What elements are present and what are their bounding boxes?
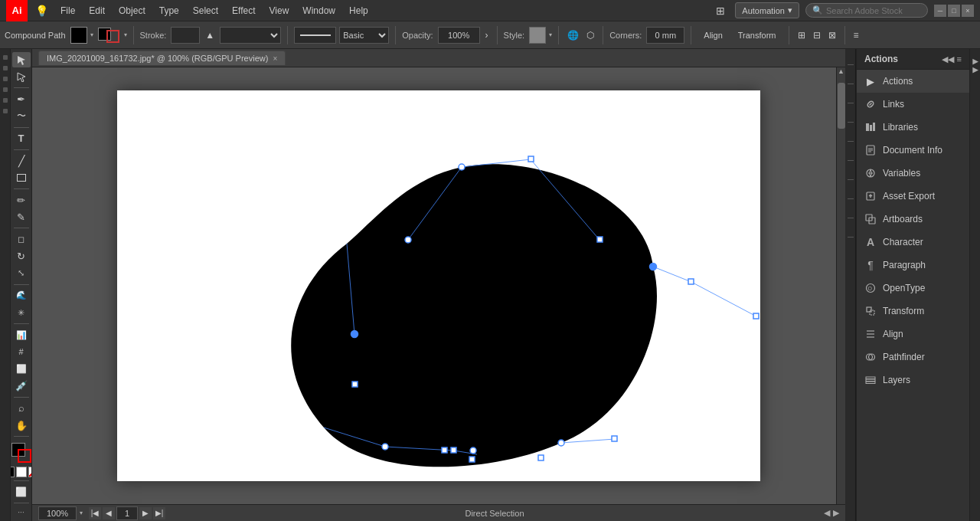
- menu-type[interactable]: Type: [153, 3, 185, 18]
- scroll-thumb[interactable]: [838, 83, 845, 129]
- panel-item-character[interactable]: A Character: [857, 231, 969, 254]
- prev-page-button[interactable]: ◀: [103, 507, 115, 519]
- align-button[interactable]: Align: [697, 28, 728, 42]
- white-swatch[interactable]: [16, 467, 27, 477]
- selection-tool[interactable]: [12, 52, 31, 67]
- type-tool[interactable]: T: [12, 131, 31, 146]
- menu-effect[interactable]: Effect: [226, 3, 261, 18]
- pathfinder-icon: [864, 351, 877, 363]
- restore-button[interactable]: □: [948, 5, 960, 17]
- menu-object[interactable]: Object: [113, 3, 152, 18]
- distribute-icon[interactable]: ⊞: [795, 28, 808, 42]
- stock-search-input[interactable]: [826, 6, 918, 15]
- menu-select[interactable]: Select: [187, 3, 224, 18]
- eraser-tool[interactable]: ◻: [12, 231, 31, 247]
- gradient-tool[interactable]: ⬜: [12, 361, 31, 376]
- profile-select[interactable]: Basic: [339, 27, 389, 44]
- paintbrush-tool[interactable]: ✏: [12, 192, 31, 208]
- curvature-tool[interactable]: 〜: [12, 109, 31, 124]
- rotate-tool[interactable]: ↻: [12, 248, 31, 264]
- stroke-profile-select[interactable]: [220, 27, 281, 44]
- stroke-input[interactable]: [171, 27, 200, 44]
- automation-button[interactable]: Automation ▾: [735, 2, 799, 18]
- transform-icon: [864, 305, 877, 317]
- panel-item-libraries[interactable]: Libraries: [857, 116, 969, 139]
- minimize-button[interactable]: ─: [934, 5, 946, 17]
- rectangle-tool[interactable]: [12, 170, 31, 185]
- workspace-icon[interactable]: ⊞: [712, 2, 729, 19]
- pen-tool[interactable]: ✒: [12, 91, 31, 106]
- scroll-up-arrow[interactable]: ▲: [837, 67, 845, 75]
- menu-file[interactable]: File: [54, 3, 81, 18]
- panel-item-layers[interactable]: Layers: [857, 369, 969, 392]
- close-button[interactable]: ×: [962, 5, 974, 17]
- stroke-box[interactable]: [18, 449, 31, 463]
- panel-item-opentype[interactable]: O OpenType: [857, 277, 969, 300]
- scroll-right-arrow[interactable]: ▶: [833, 508, 839, 518]
- panel-item-align[interactable]: Align: [857, 323, 969, 346]
- stroke-up-arrow[interactable]: ▲: [203, 28, 217, 42]
- style-dropdown-arrow[interactable]: ▾: [549, 31, 552, 38]
- svg-point-12: [351, 331, 358, 338]
- style-color-swatch[interactable]: [529, 27, 546, 44]
- black-swatch[interactable]: [11, 467, 15, 477]
- panel-item-document-info[interactable]: Document Info: [857, 139, 969, 162]
- opacity-input[interactable]: [438, 27, 480, 44]
- hand-tool[interactable]: ✋: [12, 418, 31, 433]
- menu-view[interactable]: View: [263, 3, 296, 18]
- stroke-dropdown-arrow[interactable]: ▾: [124, 31, 127, 38]
- zoom-tool[interactable]: ⌕: [12, 401, 31, 416]
- stock-search-box[interactable]: 🔍: [805, 3, 928, 18]
- last-page-button[interactable]: ▶|: [153, 507, 165, 519]
- recolor-icon[interactable]: ⬡: [584, 28, 596, 42]
- panel-item-links[interactable]: Links: [857, 93, 969, 116]
- panel-menu-icon[interactable]: ≡: [957, 54, 962, 64]
- panel-item-asset-export[interactable]: Asset Export: [857, 185, 969, 208]
- menu-edit[interactable]: Edit: [83, 3, 111, 18]
- column-graph-tool[interactable]: 📊: [12, 327, 31, 342]
- collapse-button[interactable]: ◀◀: [971, 58, 979, 75]
- panel-item-artboards[interactable]: Artboards: [857, 208, 969, 231]
- canvas-wrapper[interactable]: ▲: [32, 67, 845, 504]
- fill-color-swatch[interactable]: [70, 27, 87, 44]
- globe-icon[interactable]: 🌐: [565, 28, 581, 42]
- menu-help[interactable]: Help: [343, 3, 374, 18]
- corners-input[interactable]: [646, 27, 684, 44]
- vertical-scrollbar[interactable]: ▲: [836, 67, 845, 504]
- panel-item-pathfinder[interactable]: Pathfinder: [857, 346, 969, 369]
- panel-item-variables[interactable]: Variables: [857, 162, 969, 185]
- transform-label: Transform: [883, 306, 924, 316]
- page-input[interactable]: [116, 506, 138, 520]
- symbol-sprayer-tool[interactable]: ✳: [12, 305, 31, 320]
- eyedropper-tool[interactable]: 💉: [12, 378, 31, 394]
- arrange-icon[interactable]: ⊠: [826, 28, 838, 42]
- document-tab[interactable]: IMG_20201009_161732.jpg* @ 100% (RGB/GPU…: [38, 51, 286, 65]
- panel-options-icon[interactable]: ≡: [851, 28, 861, 42]
- scroll-left-arrow[interactable]: ◀: [824, 508, 830, 518]
- warp-tool[interactable]: 🌊: [12, 288, 31, 303]
- direct-selection-tool[interactable]: [12, 69, 31, 84]
- menu-window[interactable]: Window: [296, 3, 341, 18]
- zoom-input[interactable]: 100%: [38, 506, 77, 520]
- panel-item-paragraph[interactable]: ¶ Paragraph: [857, 254, 969, 277]
- panel-collapse-icon[interactable]: ◀◀: [942, 54, 954, 64]
- transform-button[interactable]: Transform: [732, 28, 782, 42]
- opacity-expand-icon[interactable]: ›: [483, 28, 491, 42]
- mesh-tool[interactable]: #: [12, 344, 31, 359]
- next-page-button[interactable]: ▶: [139, 507, 152, 519]
- stroke-line-preview[interactable]: [294, 27, 336, 44]
- more-tools[interactable]: ···: [16, 506, 25, 518]
- pencil-tool[interactable]: ✎: [12, 209, 31, 224]
- lightbulb-icon[interactable]: 💡: [35, 5, 48, 17]
- scale-tool[interactable]: ⤡: [12, 266, 31, 281]
- tab-close-button[interactable]: ×: [273, 54, 277, 63]
- align-objects-icon[interactable]: ⊟: [811, 28, 823, 42]
- first-page-button[interactable]: |◀: [89, 507, 101, 519]
- panel-item-transform[interactable]: Transform: [857, 300, 969, 323]
- zoom-dropdown-arrow[interactable]: ▾: [80, 510, 83, 516]
- fill-dropdown-arrow[interactable]: ▾: [90, 31, 93, 38]
- draw-mode-normal[interactable]: ⬜: [12, 484, 31, 500]
- line-segment-tool[interactable]: ╱: [12, 153, 31, 169]
- panel-item-actions[interactable]: ▶ Actions: [857, 70, 969, 93]
- menu-bar: Ai 💡 File Edit Object Type Select Effect…: [0, 0, 980, 21]
